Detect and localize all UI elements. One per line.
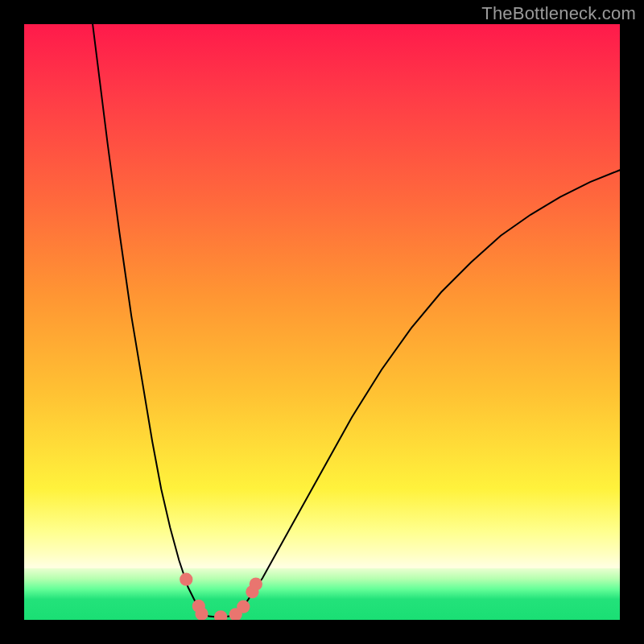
chart-stage: TheBottleneck.com [0,0,644,644]
curve-layer [24,24,620,620]
data-point-marker [180,573,192,586]
bottleneck-curve [93,24,620,617]
data-point-marker [237,601,250,613]
data-point-marker [250,577,262,590]
plot-area [24,24,620,620]
data-point-marker [195,607,208,620]
watermark-text: TheBottleneck.com [481,3,636,24]
data-point-marker [214,610,227,620]
